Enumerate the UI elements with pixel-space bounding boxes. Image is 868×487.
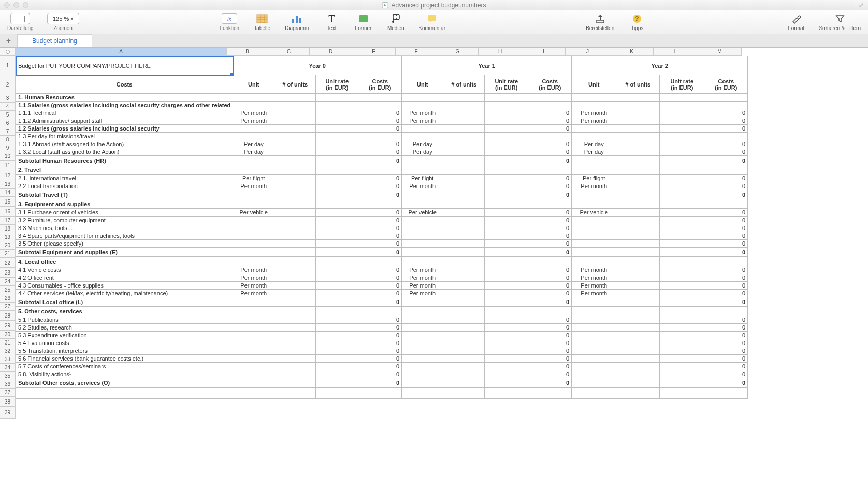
cell[interactable] — [443, 117, 485, 125]
row-header-14[interactable]: 14 — [0, 189, 15, 197]
row-header-9[interactable]: 9 — [0, 144, 15, 152]
cell[interactable] — [660, 190, 704, 199]
cell[interactable]: 0 — [528, 297, 572, 307]
cell[interactable]: 0 — [528, 190, 572, 199]
cell[interactable]: Per vehicle — [572, 209, 616, 217]
cell[interactable] — [572, 102, 616, 109]
cell[interactable] — [616, 339, 660, 347]
cell[interactable] — [660, 347, 704, 355]
row-header-29[interactable]: 29 — [0, 321, 15, 331]
cell[interactable] — [616, 209, 660, 217]
cell[interactable] — [233, 316, 274, 324]
cell[interactable] — [485, 324, 528, 332]
cell[interactable]: 0 — [704, 232, 748, 240]
cell[interactable] — [274, 94, 316, 102]
text-tool[interactable]: T Text — [322, 12, 341, 31]
cell[interactable]: Subtotal Local office (L) — [16, 297, 233, 307]
cell[interactable] — [402, 94, 443, 102]
cell[interactable] — [274, 209, 316, 217]
cell[interactable] — [316, 388, 358, 399]
cell[interactable] — [485, 274, 528, 282]
cell[interactable] — [402, 217, 443, 224]
cell[interactable] — [274, 282, 316, 290]
cell[interactable]: 0 — [358, 190, 402, 199]
cell[interactable] — [485, 190, 528, 199]
cell[interactable] — [274, 297, 316, 307]
cell[interactable]: 0 — [704, 224, 748, 232]
row-header-16[interactable]: 16 — [0, 207, 15, 217]
cell[interactable] — [616, 274, 660, 282]
cell[interactable] — [616, 370, 660, 378]
cell[interactable]: 0 — [358, 290, 402, 297]
cell[interactable] — [485, 182, 528, 190]
cell[interactable] — [660, 282, 704, 290]
col-header-G[interactable]: G — [437, 48, 479, 55]
cell[interactable] — [572, 156, 616, 165]
cell[interactable] — [572, 363, 616, 370]
cell[interactable]: Per day — [233, 148, 274, 156]
cell[interactable] — [402, 102, 443, 109]
cell[interactable] — [485, 156, 528, 165]
cell[interactable] — [274, 125, 316, 133]
cell[interactable] — [616, 307, 660, 316]
cell[interactable]: 0 — [704, 209, 748, 217]
cell[interactable] — [485, 133, 528, 140]
cell[interactable] — [572, 232, 616, 240]
cell[interactable]: 0 — [358, 109, 402, 117]
col-header-F[interactable]: F — [396, 48, 437, 55]
media-tool[interactable]: Medien — [386, 12, 405, 31]
cell[interactable] — [402, 307, 443, 316]
cell[interactable] — [572, 190, 616, 199]
cell[interactable] — [274, 307, 316, 316]
cell[interactable]: 0 — [358, 339, 402, 347]
cell[interactable] — [616, 102, 660, 109]
cell[interactable] — [485, 140, 528, 148]
cell[interactable]: 4.3 Consumables - office supplies — [16, 282, 233, 290]
cell[interactable] — [274, 266, 316, 274]
cell[interactable] — [233, 332, 274, 339]
cell[interactable] — [402, 347, 443, 355]
cell[interactable] — [316, 165, 358, 175]
cell[interactable]: 0 — [704, 347, 748, 355]
cell[interactable] — [443, 224, 485, 232]
row-header-35[interactable]: 35 — [0, 372, 15, 380]
cell[interactable]: 0 — [358, 388, 402, 399]
cell[interactable] — [660, 94, 704, 102]
cell[interactable] — [616, 290, 660, 297]
close-icon[interactable] — [4, 2, 10, 8]
cell[interactable] — [233, 240, 274, 248]
cell[interactable]: Per day — [233, 140, 274, 148]
cell[interactable]: Per vehicle — [402, 209, 443, 217]
cell[interactable] — [316, 339, 358, 347]
cell[interactable] — [402, 332, 443, 339]
cell[interactable] — [704, 199, 748, 209]
cell[interactable]: 0 — [704, 148, 748, 156]
cell[interactable]: 0 — [528, 240, 572, 248]
cell[interactable] — [402, 378, 443, 388]
cell[interactable] — [402, 324, 443, 332]
cell[interactable]: 0 — [528, 248, 572, 257]
cell[interactable]: 1.3.2 Local (staff assigned to the Actio… — [16, 148, 233, 156]
row-header-18[interactable]: 18 — [0, 225, 15, 233]
row-header-13[interactable]: 13 — [0, 180, 15, 189]
row-header-8[interactable]: 8 — [0, 136, 15, 144]
cell[interactable]: 4.2 Office rent — [16, 274, 233, 282]
cell[interactable]: 0 — [528, 339, 572, 347]
cell[interactable] — [316, 355, 358, 363]
cell[interactable]: 0 — [528, 156, 572, 165]
row-header-22[interactable]: 22 — [0, 258, 15, 268]
minimize-icon[interactable] — [13, 2, 19, 8]
cell[interactable] — [274, 133, 316, 140]
cell[interactable]: 2. Travel — [16, 165, 233, 175]
cell[interactable]: 0 — [528, 175, 572, 182]
cell[interactable] — [485, 217, 528, 224]
cell[interactable] — [316, 182, 358, 190]
cell[interactable] — [316, 232, 358, 240]
cell[interactable] — [274, 175, 316, 182]
format-tool[interactable]: Format — [787, 12, 805, 31]
cell[interactable] — [316, 240, 358, 248]
cell[interactable]: 0 — [358, 140, 402, 148]
cell[interactable] — [616, 165, 660, 175]
cell[interactable] — [233, 347, 274, 355]
cell[interactable] — [443, 125, 485, 133]
